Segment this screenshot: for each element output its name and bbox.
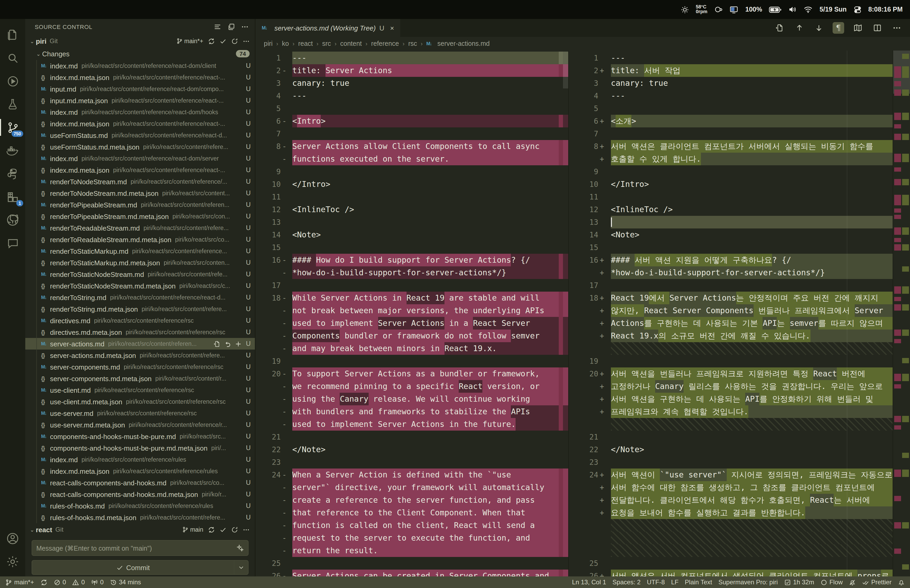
diff-row-original-8[interactable]: 8-Server Actions allow Client Components…	[255, 140, 568, 153]
file-row-index.md.meta.json[interactable]: {}index.md.meta.jsonpiri/ko/react/src/co…	[25, 164, 255, 176]
menu-bar-date[interactable]: 5/19 Sun	[819, 6, 847, 13]
diff-row-modified-6[interactable]: 6+<소개>	[569, 115, 892, 128]
commit-check-icon[interactable]	[220, 526, 226, 533]
file-row-index.md[interactable]: M↓index.mdpiri/ko/react/src/content/refe…	[25, 60, 255, 72]
diff-row-modified-35[interactable]: +전달합니다. 클라이언트에서 해당 함수가 호출되면, React는 서버에	[569, 494, 892, 506]
file-row-use-client.md.meta.json[interactable]: {}use-client.md.meta.jsonpiri/ko/react/s…	[25, 396, 255, 407]
file-row-rules-of-hooks.md[interactable]: M↓rules-of-hooks.mdpiri/ko/react/src/con…	[25, 500, 255, 512]
diff-row-original-23[interactable]: -and may break between minors in React 1…	[255, 342, 568, 355]
diff-row-original-12[interactable]: 12<InlineToc />	[255, 203, 568, 216]
file-row-renderToPipeableStream.md.meta.json[interactable]: {}renderToPipeableStream.md.meta.jsonpir…	[25, 210, 255, 222]
breadcrumb-item-content[interactable]: content	[340, 40, 362, 47]
commit-dropdown-button[interactable]	[234, 564, 248, 571]
tab-server-actions[interactable]: M↓ server-actions.md (Working Tree) U ×	[255, 19, 401, 37]
file-row-components-and-hooks-must-be-pure.md.meta.json[interactable]: {}components-and-hooks-must-be-pure.md.m…	[25, 442, 255, 454]
more-actions-icon[interactable]	[243, 526, 250, 533]
diff-row-original-25[interactable]: 25	[255, 557, 568, 570]
diff-row-modified-17[interactable]: +*how-do-i-build-support-for-server-acti…	[569, 267, 892, 279]
activity-testing-icon[interactable]	[0, 93, 25, 116]
diff-row-original-3[interactable]: 3canary: true	[255, 77, 568, 89]
sync-changes-icon[interactable]	[208, 38, 215, 44]
diff-row-original-6[interactable]: 6-<Intro>	[255, 115, 568, 128]
more-actions-icon[interactable]	[243, 38, 250, 44]
file-row-server-actions.md.meta.json[interactable]: {}server-actions.md.meta.jsonpiri/ko/rea…	[25, 349, 255, 361]
diff-row-original-20[interactable]: -not break between major versions, the u…	[255, 304, 568, 317]
file-row-renderToStaticMarkup.md[interactable]: M↓renderToStaticMarkup.mdpiri/ko/react/s…	[25, 245, 255, 257]
breadcrumb-item-server-actions.md[interactable]: M↓server-actions.md	[426, 40, 490, 47]
diff-row-modified-39[interactable]	[569, 544, 892, 557]
breadcrumb-item-react[interactable]: react	[298, 40, 313, 47]
close-icon[interactable]: ×	[390, 24, 394, 32]
diff-row-original-17[interactable]: -*how-do-i-build-support-for-server-acti…	[255, 267, 568, 279]
file-row-index.md[interactable]: M↓index.mdpiri/ko/react/src/content/refe…	[25, 454, 255, 465]
diff-row-modified-15[interactable]: 15	[569, 241, 892, 254]
statusbar-right-ln-13-col-1[interactable]: Ln 13, Col 1	[572, 578, 606, 586]
diff-row-modified-23[interactable]: 23	[569, 456, 892, 468]
diff-row-original-16[interactable]: 16-#### How do I build support for Serve…	[255, 254, 568, 267]
diff-original-pane[interactable]: 1---2-title: Server Actions3canary: true…	[255, 50, 569, 577]
repositories-icon[interactable]	[228, 23, 235, 31]
sparkle-ai-icon[interactable]	[236, 544, 244, 552]
diff-row-modified-4[interactable]: 4---	[569, 89, 892, 102]
diff-row-modified-36[interactable]: +요청을 보내어 함수를 실행하고 결과를 반환합니다.	[569, 506, 892, 519]
file-row-directives.md.meta.json[interactable]: {}directives.md.meta.jsonpiri/ko/react/s…	[25, 326, 255, 338]
statusbar-right-prettier[interactable]: Prettier	[862, 578, 892, 586]
diff-row-modified-20[interactable]: +않지만, React Server Components 번들러나 프레임워크…	[569, 304, 892, 317]
diff-row-original-27[interactable]: -using the Canary release. We will conti…	[255, 393, 568, 405]
next-change-icon[interactable]	[813, 22, 825, 34]
diff-row-original-26[interactable]: 26-Server Actions can be created in Serv…	[255, 570, 568, 577]
statusbar-left-0[interactable]: 0	[53, 578, 66, 586]
refresh-icon[interactable]	[231, 38, 238, 44]
file-row-renderToString.md.meta.json[interactable]: {}renderToString.md.meta.jsonpiri/ko/rea…	[25, 303, 255, 315]
breadcrumb-item-src[interactable]: src	[322, 40, 331, 47]
diff-row-modified-13[interactable]: 13	[569, 216, 892, 228]
diff-row-original-14[interactable]: 14<Note>	[255, 228, 568, 241]
file-row-components-and-hooks-must-be-pure.md[interactable]: M↓components-and-hooks-must-be-pure.mdpi…	[25, 431, 255, 442]
statusbar-left-main-[interactable]: main*+	[5, 578, 34, 586]
open-file-icon[interactable]	[214, 340, 221, 347]
statusbar-right-utf-8[interactable]: UTF-8	[647, 578, 665, 586]
statusbar-left-0[interactable]: 0	[91, 578, 103, 586]
scrollbar-left[interactable]	[563, 52, 568, 89]
diff-row-original-22[interactable]: 22</Note>	[255, 443, 568, 456]
render-whitespace-icon[interactable]: ¶	[832, 22, 844, 34]
diff-row-original-13[interactable]: 13	[255, 216, 568, 228]
activity-python-icon[interactable]	[0, 162, 25, 185]
file-row-use-server.md.meta.json[interactable]: {}use-server.md.meta.jsonpiri/ko/react/s…	[25, 419, 255, 431]
diff-row-modified-14[interactable]: 14<Note>	[569, 228, 892, 241]
diff-row-modified-10[interactable]: 10</Intro>	[569, 178, 892, 191]
diff-row-modified-21[interactable]: 21	[569, 431, 892, 443]
diff-row-original-2[interactable]: 2-title: Server Actions	[255, 64, 568, 77]
file-row-input.md.meta.json[interactable]: {}input.md.meta.jsonpiri/ko/react/src/co…	[25, 95, 255, 106]
activity-docker-icon[interactable]	[0, 139, 25, 162]
breadcrumb-item-ko[interactable]: ko	[282, 40, 289, 47]
diff-row-modified-11[interactable]: 11	[569, 191, 892, 203]
diff-row-original-35[interactable]: -create a reference to the server functi…	[255, 494, 568, 506]
file-row-server-components.md[interactable]: M↓server-components.mdpiri/ko/react/src/…	[25, 361, 255, 373]
diff-row-original-26[interactable]: -we recommend pinning to a specific Reac…	[255, 380, 568, 393]
diff-row-original-24[interactable]: 24-When a Server Action is defined with …	[255, 468, 568, 481]
diff-row-original-34[interactable]: -server"` directive, your framework will…	[255, 481, 568, 494]
diff-row-modified-26[interactable]: 26+서버 액션은 서버 컴포넌트에서 생성되어 클라이언트 컴포넌트에 pro…	[569, 570, 892, 577]
diff-row-modified-19[interactable]: 19	[569, 355, 892, 367]
diff-row-original-20[interactable]: 20-To support Server Actions as a bundle…	[255, 367, 568, 380]
map-preview-icon[interactable]	[852, 22, 864, 34]
diff-row-modified-16[interactable]: 16+#### 서버 액션 지원을 어떻게 구축하나요? {/	[569, 254, 892, 267]
diff-row-modified-7[interactable]: 7	[569, 128, 892, 140]
diff-row-modified-22[interactable]: +React 19.x의 소규모 버전 간에 깨질 수 있습니다.	[569, 330, 892, 342]
file-row-renderToString.md[interactable]: M↓renderToString.mdpiri/ko/react/src/con…	[25, 292, 255, 303]
file-row-index.md.meta.json[interactable]: {}index.md.meta.jsonpiri/ko/react/src/co…	[25, 72, 255, 83]
diff-row-modified-22[interactable]: 22</Note>	[569, 443, 892, 456]
refresh-icon[interactable]	[231, 526, 238, 533]
diff-row-original-38[interactable]: -request to the server to execute the fu…	[255, 531, 568, 544]
diff-row-original-11[interactable]: 11	[255, 191, 568, 203]
diff-row-original-1[interactable]: 1---	[255, 52, 568, 64]
control-center-icon[interactable]	[853, 5, 861, 13]
diff-row-modified-18[interactable]: 18+React 19에서 Server Actions는 안정적이며 주요 버…	[569, 292, 892, 304]
diff-row-modified-5[interactable]: 5	[569, 102, 892, 115]
statusbar-right-supermaven-pro-piri[interactable]: Supermaven Pro: piri	[718, 578, 777, 586]
diff-row-modified-8[interactable]: +호출할 수 있게 합니다.	[569, 153, 892, 165]
activity-explorer-icon[interactable]	[0, 23, 25, 46]
diff-row-modified-23[interactable]	[569, 342, 892, 355]
diff-row-modified-37[interactable]	[569, 519, 892, 531]
